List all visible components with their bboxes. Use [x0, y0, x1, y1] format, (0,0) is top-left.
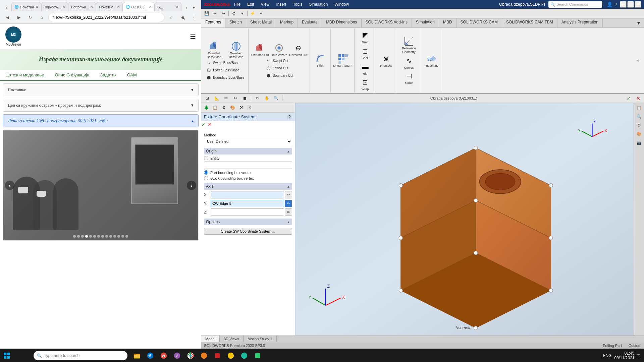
ribbon-btn-intersect[interactable]: ⊗ Intersect: [378, 53, 394, 68]
taskbar-icon-chrome[interactable]: [184, 350, 197, 362]
sw-pan-btn[interactable]: ✋: [263, 95, 271, 102]
menu-file[interactable]: File: [233, 1, 242, 7]
tab-close-1[interactable]: ✕: [62, 5, 65, 9]
ribbon-tab-analysis[interactable]: Analysis Preparation: [557, 18, 603, 27]
ribbon-btn-fillet[interactable]: Fillet: [312, 53, 329, 68]
dot-5[interactable]: [93, 235, 96, 238]
nav-item-2[interactable]: Задатак: [95, 70, 122, 80]
nav-item-1[interactable]: Опис G функција: [50, 70, 95, 80]
sw-save-btn[interactable]: 💾: [203, 10, 211, 17]
sw-hide-btn[interactable]: 👁: [222, 95, 230, 102]
axis-z-pick-btn[interactable]: ✏: [285, 208, 292, 216]
origin-section-header[interactable]: Origin ▲: [204, 148, 292, 155]
carousel-next-button[interactable]: ›: [187, 181, 196, 190]
viewport-tab-motion[interactable]: Motion Study 1: [244, 336, 276, 342]
browser-tab-2[interactable]: Bottom-u... ✕: [68, 2, 96, 11]
taskbar-icon-app3[interactable]: W: [158, 350, 170, 362]
nav-item-0[interactable]: Цртеж и моделање: [0, 70, 50, 80]
taskbar-search-box[interactable]: 🔍: [34, 351, 127, 360]
taskbar-notification-btn[interactable]: □: [637, 353, 640, 358]
ribbon-tab-addins[interactable]: SOLIDWORKS Add-Ins: [362, 18, 412, 27]
viewport-tab-model[interactable]: Model: [201, 336, 220, 342]
panel-property-btn[interactable]: 📋: [211, 104, 219, 111]
tab-overflow-button[interactable]: ▾: [190, 4, 198, 11]
panel-help-btn[interactable]: ?: [287, 114, 292, 120]
sw-check-cancel[interactable]: ✕: [634, 95, 642, 102]
radio-entity-input[interactable]: [204, 156, 208, 160]
tab-close-3[interactable]: ✕: [117, 5, 120, 9]
sw-close-button[interactable]: ✕: [635, 1, 641, 8]
ribbon-btn-swept-boss[interactable]: ⤷ Swept Boss/Base: [204, 59, 246, 66]
taskbar-icon-app9[interactable]: [252, 350, 264, 362]
ribbon-btn-revolved-boss[interactable]: Revolved Boss/Base: [225, 40, 247, 60]
sw-redo-btn[interactable]: ↪: [219, 10, 227, 17]
sw-rebuild-arrow[interactable]: ▾: [257, 10, 265, 17]
panel-appearance-btn[interactable]: 🎨: [228, 104, 236, 111]
viewport-tab-3dviews[interactable]: 3D Views: [220, 336, 244, 342]
sw-undo-btn[interactable]: ↩: [211, 10, 219, 17]
menu-view[interactable]: View: [260, 1, 271, 7]
start-button[interactable]: [0, 349, 13, 362]
dot-13[interactable]: [125, 235, 128, 238]
right-panel-btn-4[interactable]: 🎨: [635, 130, 643, 138]
method-select[interactable]: User Defined: [204, 138, 292, 145]
sw-zoom-fit-btn[interactable]: ⊡: [203, 95, 211, 102]
axis-y-input[interactable]: [211, 200, 284, 207]
taskbar-icon-app6[interactable]: [211, 350, 223, 362]
sw-display-mode-btn[interactable]: ◼: [241, 95, 249, 102]
right-panel-btn-3[interactable]: ⚙: [635, 122, 643, 129]
options-section-header[interactable]: Options ▲: [204, 219, 292, 225]
nav-item-3[interactable]: CAM: [122, 70, 142, 80]
extension-button[interactable]: 🔌: [178, 13, 187, 22]
radio-entity[interactable]: Entity: [204, 156, 292, 160]
taskbar-icon-files[interactable]: [131, 350, 143, 362]
panel-ok-button[interactable]: ✓: [201, 121, 206, 128]
sw-rebuild-btn[interactable]: ⚡: [249, 10, 257, 17]
sw-options-btn[interactable]: ⚙: [230, 10, 238, 17]
sw-check-ok[interactable]: ✓: [625, 95, 633, 102]
dot-8[interactable]: [105, 235, 108, 238]
taskbar-language[interactable]: ENG: [603, 353, 611, 358]
ribbon-btn-mirror[interactable]: ⊣ Mirror: [400, 70, 417, 86]
sw-maximize-button[interactable]: □: [627, 1, 634, 8]
dot-2[interactable]: [81, 235, 84, 238]
browser-tab-1[interactable]: Top-dow... ✕: [41, 2, 68, 11]
ribbon-tab-evaluate[interactable]: Evaluate: [298, 18, 322, 27]
browser-menu-button[interactable]: ⋮: [189, 13, 199, 22]
taskbar-search-input[interactable]: [44, 353, 124, 358]
menu-simulation[interactable]: Simulation: [308, 1, 329, 7]
browser-tab-3[interactable]: Почетна ✕: [96, 2, 123, 11]
bookmark-button[interactable]: ☆: [166, 13, 176, 22]
browser-tab-5[interactable]: Б... ✕: [155, 2, 181, 11]
ribbon-btn-reference-geometry[interactable]: Reference Geometry: [398, 35, 420, 55]
sw-section-view-btn[interactable]: ✂: [231, 95, 239, 102]
ribbon-btn-linear-pattern[interactable]: Linear Pattern: [333, 53, 353, 68]
browser-tab-4[interactable]: 🌐 O21003... ✕: [123, 2, 154, 11]
sw-rotate-btn[interactable]: ↺: [253, 95, 261, 102]
dot-9[interactable]: [109, 235, 112, 238]
create-sw-coord-btn[interactable]: Create SW Coordinate System ...: [204, 228, 292, 235]
taskbar-icon-app8[interactable]: [238, 350, 250, 362]
ribbon-tab-mbd-dim[interactable]: MBD Dimensions: [322, 18, 362, 27]
accordion-header-2[interactable]: Летња школа CNC програмирања 30.6.2021. …: [3, 115, 198, 127]
ribbon-collapse-btn[interactable]: ▾: [633, 18, 644, 27]
ribbon-btn-shell[interactable]: ◻ Shell: [357, 45, 374, 61]
ribbon-tab-markup[interactable]: Markup: [276, 18, 298, 27]
ribbon-btn-lofted-cut[interactable]: ⬡ Lofted Cut: [264, 65, 294, 72]
tab-add-button[interactable]: ＋: [183, 4, 190, 11]
ribbon-btn-extruded-boss[interactable]: Extruded Boss/Base: [203, 40, 225, 60]
radio-part-bbox[interactable]: Part bounding box vertex: [204, 170, 292, 175]
dot-1[interactable]: [77, 235, 80, 238]
axis-x-input[interactable]: [211, 191, 284, 198]
menu-insert[interactable]: Insert: [275, 1, 287, 7]
ribbon-tab-cam[interactable]: SOLIDWORKS CAM: [457, 18, 502, 27]
radio-part-bbox-input[interactable]: [204, 170, 208, 175]
ribbon-btn-draft[interactable]: ◤ Draft: [357, 29, 374, 45]
ribbon-tab-mbd[interactable]: MBD: [439, 18, 457, 27]
dot-4[interactable]: [89, 235, 92, 238]
dot-6[interactable]: [97, 235, 100, 238]
ribbon-btn-hole-wizard[interactable]: Hole Wizard: [270, 42, 288, 58]
sw-zoom-btn[interactable]: 🔍: [272, 95, 280, 102]
ribbon-btn-swept-cut[interactable]: ⤷ Swept Cut: [264, 58, 294, 64]
dot-10[interactable]: [113, 235, 116, 238]
